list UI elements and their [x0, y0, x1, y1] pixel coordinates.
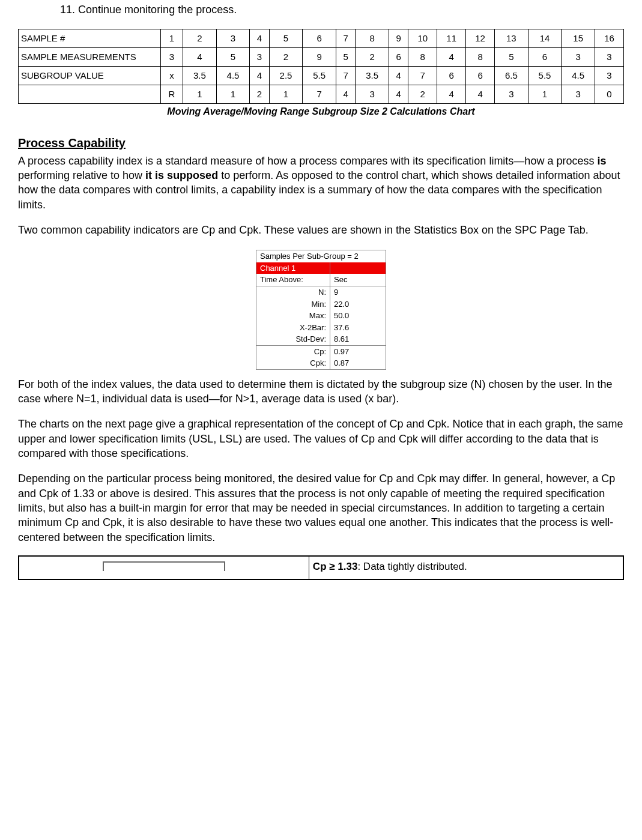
- table-cell: 1: [183, 85, 217, 104]
- list-number: 11.: [60, 2, 75, 17]
- stats-label: Std-Dev:: [256, 333, 330, 345]
- table-cell: 3: [495, 85, 528, 104]
- table-cell: 2: [408, 85, 437, 104]
- statsbox-title: Samples Per Sub-Group = 2: [256, 250, 386, 262]
- table-cell: 7: [303, 85, 336, 104]
- statsbox-channel: Channel 1: [256, 262, 330, 274]
- table-cell: R: [161, 85, 183, 104]
- table-cell: 6: [528, 48, 562, 67]
- table-cell: 6: [437, 67, 466, 85]
- table-cell: 3: [595, 48, 624, 67]
- table-cell: 3: [356, 85, 389, 104]
- table-cell: 3: [562, 85, 595, 104]
- table-cell: x: [161, 67, 183, 85]
- table-cell: 14: [528, 29, 562, 48]
- table-cell: 9: [303, 48, 336, 67]
- stats-value: 22.0: [330, 298, 386, 310]
- table-cell: 5: [269, 29, 303, 48]
- table-cell: 2: [250, 85, 269, 104]
- table-cell: 3: [595, 67, 624, 85]
- table-cell: 4: [466, 85, 495, 104]
- table-cell: 6: [303, 29, 336, 48]
- table-cell: 9: [389, 29, 408, 48]
- table-cell: 15: [562, 29, 595, 48]
- table-cell: 4: [437, 85, 466, 104]
- ordered-list-item: 11. Continue monitoring the process.: [60, 2, 624, 17]
- geq-icon: ≥: [329, 561, 335, 572]
- table-cell: 5: [216, 48, 250, 67]
- statistics-box: Samples Per Sub-Group = 2 Channel 1 Time…: [256, 250, 386, 369]
- table-cell: 8: [356, 29, 389, 48]
- paragraph-5: Depending on the particular process bein…: [18, 471, 624, 544]
- table-cell: 4: [437, 48, 466, 67]
- cpk-value: 1.33: [335, 561, 358, 572]
- stats-label: Time Above:: [256, 274, 330, 286]
- table-cell: 4: [336, 85, 356, 104]
- table-cell: 4: [389, 85, 408, 104]
- table-cell: 6.5: [495, 67, 528, 85]
- table-cell: 2.5: [269, 67, 303, 85]
- table-row-header: [19, 85, 161, 104]
- table-row-header: SAMPLE #: [19, 29, 161, 48]
- table-cell: 4.5: [216, 67, 250, 85]
- p1-text: A process capability index is a standard…: [18, 155, 597, 167]
- stats-label: Max:: [256, 310, 330, 322]
- table-cell: 6: [389, 48, 408, 67]
- p1-bold-2: it is supposed: [145, 169, 218, 181]
- table-cell: 6: [466, 67, 495, 85]
- cpk-text: : Data tightly distributed.: [357, 561, 467, 572]
- table-row-header: SAMPLE MEASUREMENTS: [19, 48, 161, 67]
- stats-value: 37.6: [330, 322, 386, 334]
- list-text: Continue monitoring the process.: [78, 4, 237, 16]
- table-cell: 13: [495, 29, 528, 48]
- stats-value: 0.97: [330, 345, 386, 357]
- stats-value: 8.61: [330, 333, 386, 345]
- table-cell: 3: [250, 48, 269, 67]
- paragraph-3: For both of the index values, the data u…: [18, 377, 624, 406]
- table-cell: 3.5: [183, 67, 217, 85]
- calculations-table: SAMPLE #12345678910111213141516SAMPLE ME…: [18, 29, 624, 104]
- p1-bold-1: is: [597, 155, 606, 167]
- p1-text: performing relative to how: [18, 169, 145, 181]
- stats-value: 50.0: [330, 310, 386, 322]
- table-cell: 1: [161, 29, 183, 48]
- table-cell: 4: [250, 29, 269, 48]
- stats-label: Cp:: [256, 345, 330, 357]
- table-cell: 1: [269, 85, 303, 104]
- stats-value: 9: [330, 286, 386, 298]
- cpk-desc-cell: Cp ≥ 1.33: Data tightly distributed.: [309, 556, 623, 579]
- stats-label: X-2Bar:: [256, 322, 330, 334]
- table-cell: 5.5: [528, 67, 562, 85]
- table-cell: 4: [250, 67, 269, 85]
- table-cell: 0: [595, 85, 624, 104]
- table-cell: 5: [495, 48, 528, 67]
- stats-value: Sec: [330, 274, 386, 286]
- paragraph-1: A process capability index is a standard…: [18, 154, 624, 212]
- table-cell: 1: [216, 85, 250, 104]
- cpk-label: Cp: [313, 561, 329, 572]
- table-cell: 5: [336, 48, 356, 67]
- table-cell: 3: [161, 48, 183, 67]
- stats-label: N:: [256, 286, 330, 298]
- table-cell: 3.5: [356, 67, 389, 85]
- table-cell: 2: [356, 48, 389, 67]
- table-cell: 4: [389, 67, 408, 85]
- table-cell: 3: [562, 48, 595, 67]
- table-cell: 3: [216, 29, 250, 48]
- table-cell: 8: [466, 48, 495, 67]
- table-cell: 10: [408, 29, 437, 48]
- table-cell: 7: [336, 29, 356, 48]
- table-cell: 4.5: [562, 67, 595, 85]
- table-cell: 8: [408, 48, 437, 67]
- table-cell: 7: [408, 67, 437, 85]
- stats-label: Min:: [256, 298, 330, 310]
- paragraph-4: The charts on the next page give a graph…: [18, 417, 624, 461]
- table-cell: 7: [336, 67, 356, 85]
- table-cell: 2: [269, 48, 303, 67]
- table-cell: 16: [595, 29, 624, 48]
- cpk-table: Cp ≥ 1.33: Data tightly distributed.: [18, 555, 624, 580]
- table-cell: 4: [183, 48, 217, 67]
- section-title: Process Capability: [18, 135, 624, 151]
- table-caption: Moving Average/Moving Range Subgroup Siz…: [18, 105, 624, 118]
- paragraph-2: Two common capability indicators are Cp …: [18, 223, 624, 237]
